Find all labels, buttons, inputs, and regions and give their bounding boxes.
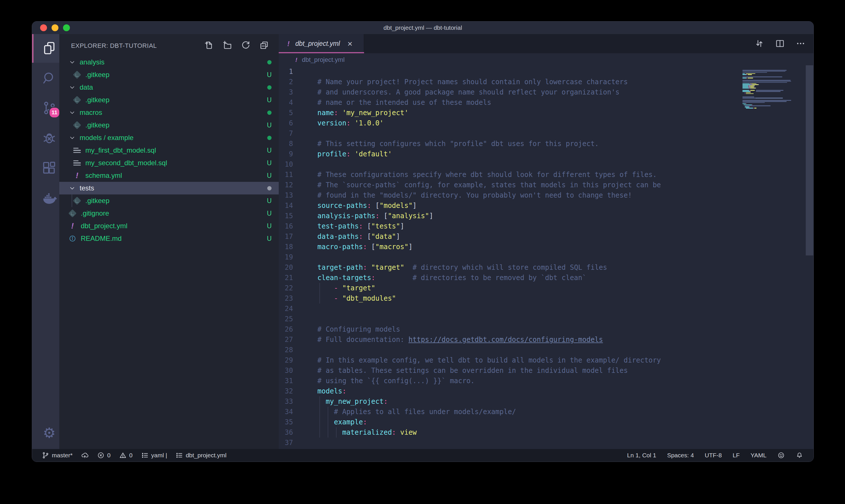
tree-folder-analysis[interactable]: analysis xyxy=(59,56,279,69)
tree-folder-tests[interactable]: tests xyxy=(59,182,279,195)
source-control-icon[interactable]: 11 xyxy=(42,101,57,115)
cloud-upload-icon xyxy=(81,452,89,459)
code-line-13: 13# found in the "models/" directory. Yo… xyxy=(279,190,813,200)
title-bar[interactable]: dbt_project.yml — dbt-tutorial xyxy=(32,21,813,34)
sql-file-icon xyxy=(73,147,81,154)
close-tab-icon[interactable]: × xyxy=(347,39,353,48)
status-0[interactable]: 0 xyxy=(119,452,132,459)
tree-file-dbt-project-yml[interactable]: !dbt_project.ymlU xyxy=(59,220,279,232)
new-file-icon[interactable] xyxy=(204,40,214,50)
editor-scrollbar[interactable] xyxy=(806,65,813,255)
tree-file--gitkeep[interactable]: .gitkeepU xyxy=(59,195,279,207)
status-0[interactable]: 0 xyxy=(97,452,111,459)
code-line-30: 30# as tables. These settings can be ove… xyxy=(279,365,813,376)
status-label: YAML xyxy=(751,452,767,459)
tree-item-label: macros xyxy=(79,109,102,116)
code-line-8: 8# This setting configures which "profil… xyxy=(279,139,813,149)
line-number: 2 xyxy=(279,77,301,87)
code-line-23: 23 - "dbt_modules" xyxy=(279,293,813,304)
tab-dbt-project-yml[interactable]: ! dbt_project.yml × xyxy=(279,34,364,53)
tree-file-my-first-dbt-model-sql[interactable]: my_first_dbt_model.sqlU xyxy=(59,144,279,157)
more-actions-icon[interactable] xyxy=(796,39,806,49)
search-icon[interactable] xyxy=(42,70,57,85)
status-smiley[interactable] xyxy=(777,452,785,459)
line-content: data-paths: ["data"] xyxy=(301,231,400,242)
split-editor-icon[interactable] xyxy=(775,39,786,49)
sql-file-icon xyxy=(73,159,81,167)
chevron-down-icon xyxy=(69,84,76,91)
status-lf[interactable]: LF xyxy=(733,452,740,459)
smiley-icon xyxy=(777,452,785,459)
code-line-3: 3# and underscores. A good package name … xyxy=(279,87,813,97)
git-untracked-badge: U xyxy=(265,235,273,242)
status-dbt-project-yml[interactable]: dbt_project.yml xyxy=(176,452,226,459)
breadcrumb[interactable]: ! dbt_project.yml xyxy=(279,53,813,67)
status-utf-8[interactable]: UTF-8 xyxy=(705,452,722,459)
new-folder-icon[interactable] xyxy=(222,40,232,50)
tree-file-my-second-dbt-model-sql[interactable]: my_second_dbt_model.sqlU xyxy=(59,157,279,169)
indent-guide xyxy=(319,427,320,437)
line-content: clean-targets: # directories to be remov… xyxy=(301,273,586,283)
line-content xyxy=(301,345,317,355)
status-spaces-4[interactable]: Spaces: 4 xyxy=(667,452,694,459)
tree-folder-data[interactable]: data xyxy=(59,81,279,94)
extensions-icon[interactable] xyxy=(42,161,57,176)
tree-item-label: dbt_project.yml xyxy=(81,222,127,230)
file-tree: analysis.gitkeepUdata.gitkeepUmacros.git… xyxy=(59,56,279,245)
status-master[interactable]: master* xyxy=(42,452,72,459)
code-line-7: 7 xyxy=(279,128,813,139)
tree-folder-models-example[interactable]: models / example xyxy=(59,131,279,144)
code-editor[interactable]: 12# Name your project! Project names sho… xyxy=(279,67,813,449)
explorer-icon[interactable] xyxy=(42,41,57,56)
activity-bar: 11⚙ xyxy=(32,34,59,449)
line-content: my_new_project: xyxy=(301,396,388,407)
status-bar-left: master*00yaml |dbt_project.yml xyxy=(32,452,627,459)
docker-icon[interactable] xyxy=(42,190,57,205)
code-line-6: 6version: '1.0.0' xyxy=(279,118,813,128)
tree-file--gitkeep[interactable]: .gitkeepU xyxy=(59,94,279,106)
tree-item-label: tests xyxy=(79,184,94,192)
line-content xyxy=(301,159,317,169)
line-number: 4 xyxy=(279,97,301,108)
tree-file-readme-md[interactable]: README.mdU xyxy=(59,232,279,245)
status-bell[interactable] xyxy=(796,452,803,459)
line-content: # Configuring models xyxy=(301,324,400,335)
breadcrumb-file-label[interactable]: dbt_project.yml xyxy=(302,56,345,64)
code-line-9: 9profile: 'default' xyxy=(279,149,813,159)
git-untracked-badge: U xyxy=(265,222,273,230)
code-line-36: 36 materialized: view xyxy=(279,427,813,437)
code-line-12: 12# The `source-paths` config, for examp… xyxy=(279,180,813,190)
minimap[interactable] xyxy=(742,69,805,110)
tree-file--gitkeep[interactable]: .gitkeepU xyxy=(59,69,279,81)
debug-icon[interactable] xyxy=(42,130,57,145)
tree-file-schema-yml[interactable]: !schema.ymlU xyxy=(59,169,279,182)
git-file-icon xyxy=(73,71,81,78)
line-number: 36 xyxy=(279,427,301,437)
active-view-indicator xyxy=(32,34,34,63)
line-content: # The `source-paths` config, for example… xyxy=(301,180,661,190)
explorer-sidebar: EXPLORER: DBT-TUTORIAL analysis.gitkeepU… xyxy=(59,34,279,449)
line-content: # found in the "models/" directory. You … xyxy=(301,190,632,200)
outline-icon xyxy=(176,452,183,459)
line-content xyxy=(301,128,317,139)
open-changes-icon[interactable] xyxy=(754,39,765,49)
line-number: 25 xyxy=(279,314,301,324)
line-number: 23 xyxy=(279,293,301,304)
line-content: source-paths: ["models"] xyxy=(301,200,417,211)
settings-gear-icon[interactable]: ⚙ xyxy=(42,426,57,440)
line-number: 17 xyxy=(279,231,301,242)
code-line-34: 34 # Applies to all files under models/e… xyxy=(279,407,813,417)
status-cloud-upload[interactable] xyxy=(81,452,89,459)
outline-icon xyxy=(141,452,149,459)
tree-file--gitignore[interactable]: .gitignoreU xyxy=(59,207,279,220)
tree-file--gitkeep[interactable]: .gitkeepU xyxy=(59,119,279,131)
line-content: version: '1.0.0' xyxy=(301,118,383,128)
code-line-17: 17data-paths: ["data"] xyxy=(279,231,813,242)
status-yaml[interactable]: yaml | xyxy=(141,452,167,459)
line-content: materialized: view xyxy=(301,427,417,437)
collapse-all-icon[interactable] xyxy=(259,40,269,50)
refresh-icon[interactable] xyxy=(241,40,251,50)
tree-folder-macros[interactable]: macros xyxy=(59,106,279,119)
status-yaml[interactable]: YAML xyxy=(751,452,767,459)
status-ln-1-col-1[interactable]: Ln 1, Col 1 xyxy=(627,452,656,459)
